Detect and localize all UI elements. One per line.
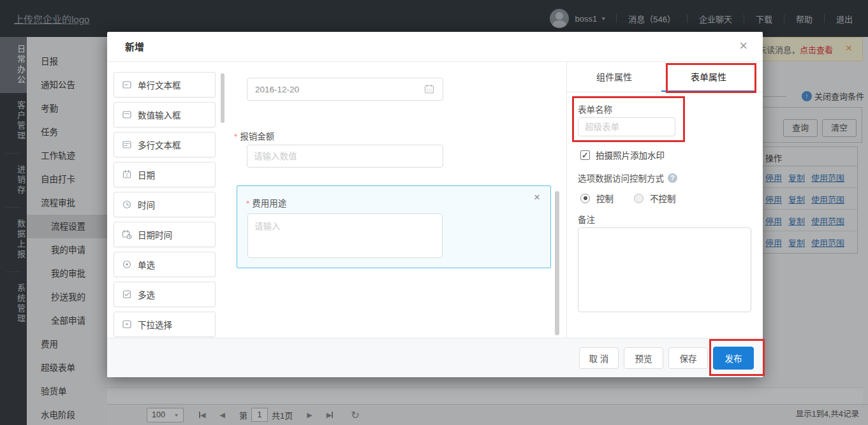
time-icon	[122, 199, 132, 210]
watermark-checkbox[interactable]: ✓	[580, 150, 590, 160]
component-single-line-text[interactable]: 单行文本框	[114, 72, 216, 97]
purpose-field-label: *费用用途	[246, 196, 286, 209]
save-button[interactable]: 保存	[668, 347, 708, 369]
properties-panel: 组件属性 表单属性 表单名称 ✓ 拍摄照片添加水印 选项数据访问控制方式 ? 控…	[566, 62, 763, 338]
date-field[interactable]: 2016-12-20	[247, 78, 443, 101]
radio-no-control[interactable]	[634, 194, 644, 203]
multi-line-text-icon	[122, 140, 132, 150]
number-input-icon	[122, 110, 132, 120]
component-datetime[interactable]: 日期时间	[114, 222, 216, 247]
help-question-icon[interactable]: ?	[668, 173, 677, 183]
properties-tabbar: 组件属性 表单属性	[567, 62, 763, 92]
form-scrollbar-thumb[interactable]	[555, 191, 559, 335]
component-time[interactable]: 时间	[114, 192, 216, 217]
single-line-text-icon	[122, 80, 132, 90]
component-number-input[interactable]: 数值输入框	[114, 102, 216, 127]
radio-no-control-label[interactable]: 不控制	[650, 192, 676, 205]
form-scrollbar	[555, 64, 559, 336]
palette-scrollbar-thumb[interactable]	[221, 73, 224, 123]
remark-label: 备注	[578, 213, 595, 226]
checkbox-icon	[122, 289, 132, 299]
form-name-input[interactable]	[578, 117, 675, 136]
access-control-label: 选项数据访问控制方式	[578, 171, 664, 184]
remove-field-icon[interactable]: ×	[534, 191, 540, 204]
new-form-modal: 新增 × 单行文本框 数值输入框 多行文本框 2 日期 时间	[107, 32, 763, 377]
watermark-label: 拍摄照片添加水印	[596, 148, 665, 161]
modal-footer: 取 消 预览 保存 发布	[107, 338, 763, 377]
publish-button[interactable]: 发布	[713, 347, 754, 370]
svg-text:2: 2	[126, 173, 128, 177]
modal-title: 新增	[125, 32, 144, 62]
app-root: 上传您企业的logo boss1 ▼ 消息（546） 企业聊天 下载 帮助 退出…	[0, 0, 868, 425]
component-multi-line-text[interactable]: 多行文本框	[114, 132, 216, 157]
component-checkbox[interactable]: 多选	[114, 282, 216, 307]
calendar-icon	[423, 83, 435, 95]
radio-control-label[interactable]: 控制	[596, 192, 614, 205]
date-icon: 2	[122, 169, 132, 180]
required-asterisk: *	[234, 132, 237, 141]
remark-textarea[interactable]	[578, 227, 751, 312]
access-control-row: 选项数据访问控制方式 ?	[578, 171, 677, 184]
form-preview: 2016-12-20 *报销金额 *费用用途 ×	[232, 62, 554, 338]
purpose-textarea[interactable]	[247, 213, 443, 258]
watermark-checkbox-row[interactable]: ✓ 拍摄照片添加水印	[580, 148, 665, 161]
radio-icon	[122, 259, 132, 270]
date-value: 2016-12-20	[255, 85, 299, 94]
component-dropdown[interactable]: 下拉选择	[114, 312, 216, 337]
palette-scrollbar	[221, 72, 224, 333]
component-date[interactable]: 2 日期	[114, 162, 216, 187]
amount-field-label: *报销金额	[234, 129, 274, 142]
cancel-button[interactable]: 取 消	[579, 347, 619, 369]
modal-header: 新增 ×	[107, 32, 763, 62]
component-radio[interactable]: 单选	[114, 252, 216, 277]
access-radio-group: 控制 不控制	[580, 192, 690, 205]
form-name-label: 表单名称	[578, 103, 612, 115]
radio-control[interactable]	[580, 194, 590, 203]
required-asterisk: *	[246, 199, 249, 208]
tab-component-properties[interactable]: 组件属性	[567, 62, 661, 92]
amount-input[interactable]	[247, 145, 443, 168]
selected-field-block[interactable]: *费用用途 ×	[237, 185, 551, 268]
datetime-icon	[122, 229, 132, 240]
modal-close-icon[interactable]: ×	[739, 39, 747, 53]
dropdown-icon	[122, 319, 132, 329]
preview-button[interactable]: 预览	[624, 347, 663, 369]
component-palette: 单行文本框 数值输入框 多行文本框 2 日期 时间 日期时间	[114, 72, 216, 342]
tab-form-properties[interactable]: 表单属性	[661, 62, 756, 92]
